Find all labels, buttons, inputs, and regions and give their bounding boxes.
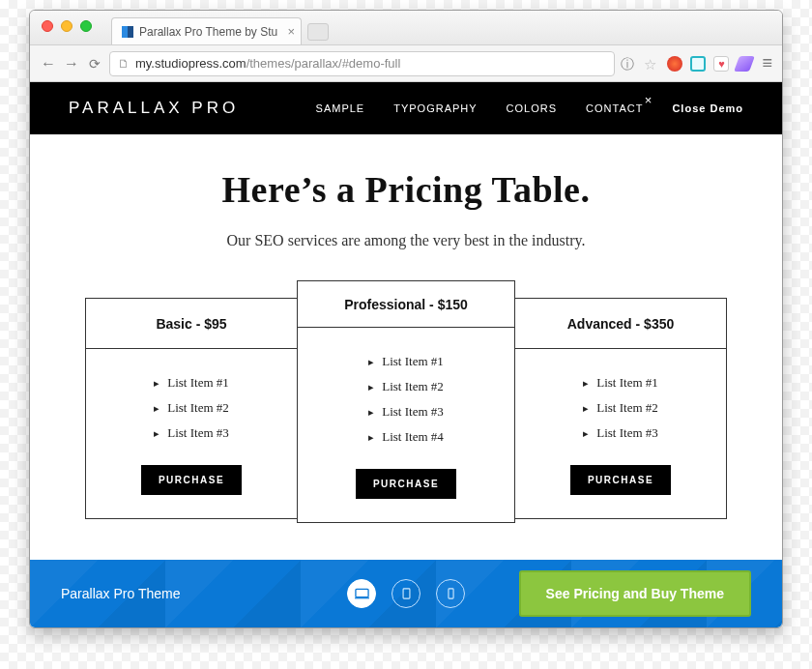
nav-item-sample[interactable]: SAMPLE (316, 102, 365, 114)
hero-section: Here’s a Pricing Table. Our SEO services… (30, 134, 782, 269)
plan-features: List Item #1 List Item #2 List Item #3 L… (368, 349, 444, 450)
buy-theme-button[interactable]: See Pricing and Buy Theme (519, 570, 751, 617)
svg-rect-0 (355, 589, 367, 596)
extension-icon[interactable] (735, 56, 756, 72)
toolbar-icons: ⓘ ☆ ♥ (621, 56, 752, 72)
list-item: List Item #2 (368, 374, 444, 399)
favicon-icon (122, 26, 133, 38)
list-item: List Item #2 (154, 395, 229, 421)
svg-rect-1 (355, 597, 369, 598)
nav-links: SAMPLE TYPOGRAPHY COLORS CONTACT Close D… (316, 102, 743, 114)
tab-close-icon[interactable]: × (288, 24, 296, 39)
back-button[interactable]: ← (40, 55, 57, 73)
list-item: List Item #2 (583, 395, 658, 421)
tab-title: Parallax Pro Theme by Stu (139, 25, 277, 39)
close-demo-link[interactable]: Close Demo (672, 102, 743, 114)
browser-tab[interactable]: Parallax Pro Theme by Stu × (111, 17, 302, 44)
list-item: List Item #3 (154, 421, 229, 446)
new-tab-button[interactable] (307, 23, 329, 41)
plan-features: List Item #1 List Item #2 List Item #3 (583, 370, 658, 446)
titlebar: Parallax Pro Theme by Stu × (30, 11, 782, 45)
page-info-icon: 🗋 (118, 57, 130, 71)
url-host: my.studiopress.com (135, 56, 246, 71)
plan-features: List Item #1 List Item #2 List Item #3 (154, 370, 229, 446)
zoom-window-icon[interactable] (80, 20, 92, 32)
reload-button[interactable]: ⟳ (86, 56, 103, 72)
nav-item-contact[interactable]: CONTACT (586, 102, 643, 114)
extension-icon[interactable] (667, 56, 682, 72)
nav-item-typography[interactable]: TYPOGRAPHY (393, 102, 477, 114)
device-switcher (347, 579, 465, 608)
desktop-icon[interactable] (347, 579, 376, 608)
search-icon[interactable]: ⓘ (621, 56, 636, 72)
list-item: List Item #1 (368, 349, 444, 374)
demo-toolbar: Parallax Pro Theme See Pricing and Buy T… (30, 560, 782, 627)
extension-icon[interactable] (690, 56, 706, 72)
theme-name: Parallax Pro Theme (61, 586, 180, 601)
minimize-window-icon[interactable] (61, 20, 72, 32)
page-title: Here’s a Pricing Table. (30, 168, 782, 211)
list-item: List Item #3 (368, 399, 444, 424)
nav-item-colors[interactable]: COLORS (507, 102, 557, 114)
window-controls (30, 11, 103, 32)
bookmark-icon[interactable]: ☆ (644, 56, 659, 72)
svg-rect-3 (448, 589, 452, 598)
address-bar[interactable]: 🗋 my.studiopress.com/themes/parallax/#de… (109, 51, 615, 76)
list-item: List Item #1 (583, 370, 658, 395)
purchase-button[interactable]: PURCHASE (356, 469, 456, 499)
pricing-table: Basic - $95 List Item #1 List Item #2 Li… (78, 298, 734, 523)
site-logo[interactable]: PARALLAX PRO (69, 99, 239, 118)
site-navbar: PARALLAX PRO SAMPLE TYPOGRAPHY COLORS CO… (30, 82, 782, 134)
list-item: List Item #4 (368, 424, 444, 450)
plan-title: Advanced - $350 (515, 299, 726, 349)
plan-basic: Basic - $95 List Item #1 List Item #2 Li… (85, 298, 298, 519)
extension-icon[interactable]: ♥ (713, 56, 729, 72)
svg-rect-2 (403, 589, 410, 598)
close-window-icon[interactable] (42, 20, 53, 32)
list-item: List Item #3 (583, 421, 658, 446)
phone-icon[interactable] (436, 579, 465, 608)
page-content: PARALLAX PRO SAMPLE TYPOGRAPHY COLORS CO… (30, 82, 782, 627)
purchase-button[interactable]: PURCHASE (141, 465, 242, 495)
browser-toolbar: ← → ⟳ 🗋 my.studiopress.com/themes/parall… (30, 45, 782, 82)
plan-title: Professional - $150 (298, 281, 514, 328)
plan-title: Basic - $95 (86, 299, 297, 349)
plan-professional: Professional - $150 List Item #1 List It… (297, 280, 515, 523)
forward-button[interactable]: → (63, 55, 80, 73)
purchase-button[interactable]: PURCHASE (570, 465, 671, 495)
list-item: List Item #1 (154, 370, 229, 395)
page-subtitle: Our SEO services are among the very best… (30, 232, 782, 249)
menu-icon[interactable]: ≡ (758, 53, 772, 73)
tablet-icon[interactable] (392, 579, 420, 608)
plan-advanced: Advanced - $350 List Item #1 List Item #… (514, 298, 727, 519)
browser-window: Parallax Pro Theme by Stu × ← → ⟳ 🗋 my.s… (29, 10, 783, 628)
url-path: /themes/parallax/#demo-full (246, 56, 401, 71)
